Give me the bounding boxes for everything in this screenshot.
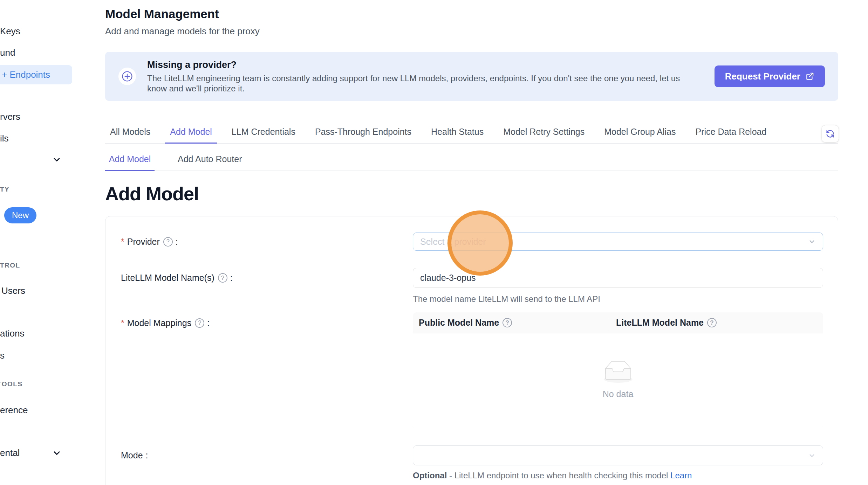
tab-llm-credentials[interactable]: LLM Credentials <box>227 127 300 143</box>
sidebar-item-experimental[interactable]: ental <box>0 448 20 458</box>
page-title: Model Management <box>105 7 219 21</box>
mode-label: Mode : <box>121 445 148 465</box>
question-circle-icon[interactable]: ? <box>707 318 717 327</box>
model-mappings-header: Public Model Name ? LiteLLM Model Name ? <box>413 312 823 333</box>
sidebar-item-internal-users[interactable]: Users <box>1 285 25 296</box>
refresh-button[interactable] <box>822 125 839 142</box>
model-name-input[interactable] <box>413 268 823 288</box>
column-public-model-name: Public Model Name ? <box>413 318 610 328</box>
subtab-add-model[interactable]: Add Model <box>105 154 155 171</box>
model-mappings-table: Public Model Name ? LiteLLM Model Name ? <box>413 312 823 427</box>
learn-more-link[interactable]: Learn <box>670 471 692 480</box>
add-model-heading: Add Model <box>105 183 199 205</box>
chevron-down-icon <box>808 452 816 459</box>
tab-price-data-reload[interactable]: Price Data Reload <box>690 127 771 143</box>
external-link-icon <box>805 72 814 81</box>
column-litellm-model-name: LiteLLM Model Name ? <box>610 318 823 328</box>
required-marker: * <box>121 237 124 247</box>
model-hub-tabs: All Models Add Model LLM Credentials Pas… <box>105 123 838 144</box>
missing-provider-banner: Missing a provider? The LiteLLM engineer… <box>105 52 838 101</box>
sidebar-item-playground[interactable]: und <box>0 47 15 58</box>
model-name-helper: The model name LiteLLM will send to the … <box>413 294 600 304</box>
question-circle-icon[interactable]: ? <box>503 318 512 327</box>
provider-select-placeholder: Select a provider <box>420 237 486 247</box>
tab-model-retry-settings[interactable]: Model Retry Settings <box>498 127 589 143</box>
question-circle-icon[interactable]: ? <box>163 237 173 247</box>
add-model-form-card: * Provider ? : Select a provider LiteLLM… <box>105 216 838 485</box>
banner-title: Missing a provider? <box>147 60 701 70</box>
request-provider-label: Request Provider <box>725 71 800 82</box>
refresh-icon <box>825 129 835 139</box>
mode-select[interactable] <box>413 445 823 465</box>
sidebar-section-observability: TY <box>0 186 9 193</box>
banner-body: The LiteLLM engineering team is constant… <box>147 73 701 93</box>
sidebar-item-models-endpoints[interactable]: + Endpoints <box>0 65 72 84</box>
sidebar: Keys und + Endpoints rvers ils TY New TR… <box>0 0 75 485</box>
model-name-label: LiteLLM Model Name(s) ? : <box>121 268 233 288</box>
request-provider-button[interactable]: Request Provider <box>715 65 825 87</box>
sidebar-item-label: + Endpoints <box>2 69 50 80</box>
sidebar-item-guardrails[interactable]: ils <box>0 133 9 144</box>
sidebar-section-tools: TOOLS <box>0 380 23 388</box>
model-mappings-label: * Model Mappings ? : <box>121 312 210 333</box>
question-circle-icon[interactable]: ? <box>218 273 227 283</box>
page-subtitle: Add and manage models for the proxy <box>105 26 260 37</box>
tab-health-status[interactable]: Health Status <box>426 127 488 143</box>
plus-circle-icon <box>118 68 136 85</box>
mode-helper: Optional - LiteLLM endpoint to use when … <box>413 471 692 480</box>
model-mappings-empty-state: No data <box>413 333 823 427</box>
provider-label: * Provider ? : <box>121 233 178 251</box>
sidebar-item-teams[interactable]: s <box>0 350 5 361</box>
model-management-page: Keys und + Endpoints rvers ils TY New TR… <box>0 0 868 485</box>
provider-select[interactable]: Select a provider <box>413 233 823 251</box>
tab-pass-through-endpoints[interactable]: Pass-Through Endpoints <box>310 127 416 143</box>
mode-helper-optional: Optional <box>413 471 447 480</box>
chevron-down-icon[interactable] <box>52 448 62 459</box>
tab-add-model[interactable]: Add Model <box>165 127 217 144</box>
no-data-text: No data <box>603 389 634 399</box>
sidebar-item-api-reference[interactable]: erence <box>0 405 28 416</box>
add-model-subtabs: Add Model Add Auto Router <box>105 151 838 171</box>
sidebar-item-organizations[interactable]: ations <box>0 328 24 339</box>
question-circle-icon[interactable]: ? <box>195 318 204 328</box>
empty-box-icon <box>601 361 636 386</box>
required-marker: * <box>121 318 124 328</box>
new-badge: New <box>4 207 36 223</box>
tab-model-group-alias[interactable]: Model Group Alias <box>599 127 681 143</box>
subtab-add-auto-router[interactable]: Add Auto Router <box>170 154 250 171</box>
sidebar-section-access-control: TROL <box>0 262 20 269</box>
tab-all-models[interactable]: All Models <box>105 127 155 143</box>
chevron-down-icon[interactable] <box>52 155 62 166</box>
chevron-down-icon <box>808 238 816 245</box>
sidebar-item-servers[interactable]: rvers <box>0 111 20 122</box>
sidebar-item-virtual-keys[interactable]: Keys <box>0 26 20 37</box>
